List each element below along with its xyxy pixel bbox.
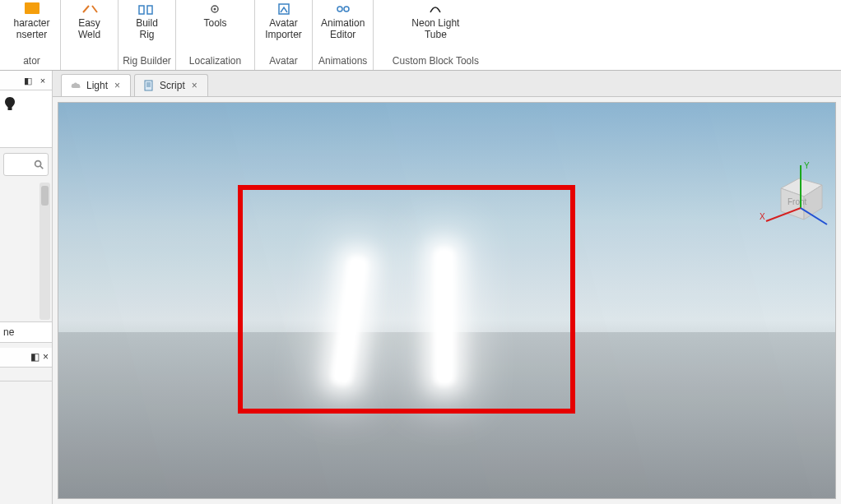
search-input[interactable] bbox=[3, 153, 49, 176]
ribbon-group-rig-builder: Build Rig Rig Builder bbox=[118, 0, 176, 70]
panel-row-label: ne bbox=[3, 326, 14, 338]
neon-icon bbox=[425, 2, 445, 16]
main-area: ◧ × ne ◧ × bbox=[0, 71, 841, 504]
tab-label: Script bbox=[160, 80, 185, 91]
cloud-icon bbox=[70, 80, 81, 91]
ribbon-item-line1: Neon Light bbox=[411, 18, 459, 30]
ribbon-item-line2: Weld bbox=[78, 30, 100, 41]
left-dock-column: ◧ × ne ◧ × bbox=[0, 71, 53, 504]
animation-icon bbox=[333, 2, 353, 16]
ribbon-item-line2: nserter bbox=[16, 30, 47, 41]
character-inserter-button[interactable]: haracter nserter bbox=[8, 2, 54, 41]
svg-rect-5 bbox=[279, 4, 289, 14]
ribbon-group-label: Custom Block Tools bbox=[377, 55, 494, 68]
ribbon-item-line2: Editor bbox=[330, 30, 355, 41]
svg-rect-11 bbox=[145, 81, 152, 90]
viewport-column: Light × Script × bbox=[53, 71, 841, 504]
panel-close-icon[interactable]: × bbox=[43, 351, 49, 363]
animation-editor-button[interactable]: Animation Editor bbox=[316, 2, 369, 41]
rig-icon bbox=[137, 2, 157, 16]
scrollbar-thumb[interactable] bbox=[41, 186, 49, 206]
svg-rect-0 bbox=[25, 2, 39, 14]
panel-empty bbox=[0, 368, 52, 505]
ribbon-item-line1: Tools bbox=[203, 18, 226, 30]
easy-weld-button[interactable]: Easy Weld bbox=[73, 2, 105, 41]
neon-tube-object[interactable] bbox=[437, 251, 452, 382]
script-icon bbox=[143, 80, 155, 91]
ribbon-item-line1: Avatar bbox=[269, 18, 297, 30]
ribbon-group-label: Rig Builder bbox=[122, 55, 172, 68]
ribbon-item-line1: Animation bbox=[321, 18, 365, 30]
tools-button[interactable]: Tools bbox=[198, 2, 231, 30]
avatar-icon bbox=[274, 2, 294, 16]
build-rig-button[interactable]: Build Rig bbox=[131, 2, 163, 41]
svg-line-10 bbox=[40, 166, 44, 169]
weld-icon bbox=[80, 2, 100, 16]
panel-body-toolbox bbox=[0, 90, 52, 148]
ribbon-item-line2: Rig bbox=[139, 30, 154, 41]
panel-close-icon[interactable]: × bbox=[37, 75, 49, 86]
svg-point-7 bbox=[344, 7, 349, 12]
ribbon-item-line2: Importer bbox=[265, 30, 302, 41]
gear-icon bbox=[205, 2, 225, 16]
panel-scrollbar[interactable] bbox=[39, 183, 50, 320]
panel-undock-icon[interactable]: ◧ bbox=[22, 75, 34, 86]
neon-light-tube-button[interactable]: Neon Light Tube bbox=[407, 2, 464, 41]
document-tabs-bar: Light × Script × bbox=[53, 71, 841, 97]
panel-header-2: ◧ × bbox=[0, 348, 52, 368]
ribbon-item-line1: Easy bbox=[78, 18, 100, 30]
orange-square-icon bbox=[22, 2, 42, 16]
tab-close-icon[interactable]: × bbox=[113, 80, 122, 91]
ribbon-group-label bbox=[64, 67, 114, 68]
svg-rect-1 bbox=[139, 6, 144, 14]
panel-row-ne[interactable]: ne bbox=[0, 321, 52, 343]
search-icon bbox=[33, 159, 44, 170]
ribbon-group-character: haracter nserter ator bbox=[3, 0, 61, 70]
panel-undock-icon[interactable]: ◧ bbox=[30, 351, 39, 363]
ribbon-group-label: ator bbox=[7, 55, 57, 68]
ribbon-group-avatar: Avatar Importer Avatar bbox=[255, 0, 313, 70]
tab-label: Light bbox=[86, 80, 108, 91]
3d-viewport[interactable]: Front Y X bbox=[58, 102, 836, 499]
ribbon-item-line2: Tube bbox=[425, 30, 447, 41]
svg-point-6 bbox=[337, 7, 342, 12]
lightbulb-icon bbox=[3, 95, 16, 113]
svg-rect-2 bbox=[147, 6, 152, 14]
panel-divider bbox=[0, 381, 52, 381]
svg-point-4 bbox=[214, 8, 216, 11]
tab-close-icon[interactable]: × bbox=[190, 80, 199, 91]
tab-script[interactable]: Script × bbox=[134, 74, 208, 96]
ribbon-group-weld: Easy Weld bbox=[61, 0, 118, 70]
ribbon-item-line1: haracter bbox=[13, 18, 49, 30]
avatar-importer-button[interactable]: Avatar Importer bbox=[260, 2, 307, 41]
ribbon-item-line1: Build bbox=[136, 18, 158, 30]
panel-header-1: ◧ × bbox=[0, 71, 52, 90]
ribbon-group-label: Animations bbox=[316, 55, 369, 68]
toolbar-ribbon: haracter nserter ator Easy Weld B bbox=[0, 0, 841, 71]
ribbon-group-custom-block: Neon Light Tube Custom Block Tools bbox=[374, 0, 497, 70]
svg-rect-8 bbox=[8, 107, 12, 110]
ribbon-group-animations: Animation Editor Animations bbox=[313, 0, 374, 70]
ribbon-group-label: Localization bbox=[179, 55, 251, 68]
ribbon-group-localization: Tools Localization bbox=[176, 0, 255, 70]
ribbon-group-label: Avatar bbox=[258, 55, 309, 68]
svg-point-9 bbox=[35, 161, 41, 167]
tab-light[interactable]: Light × bbox=[61, 74, 131, 96]
